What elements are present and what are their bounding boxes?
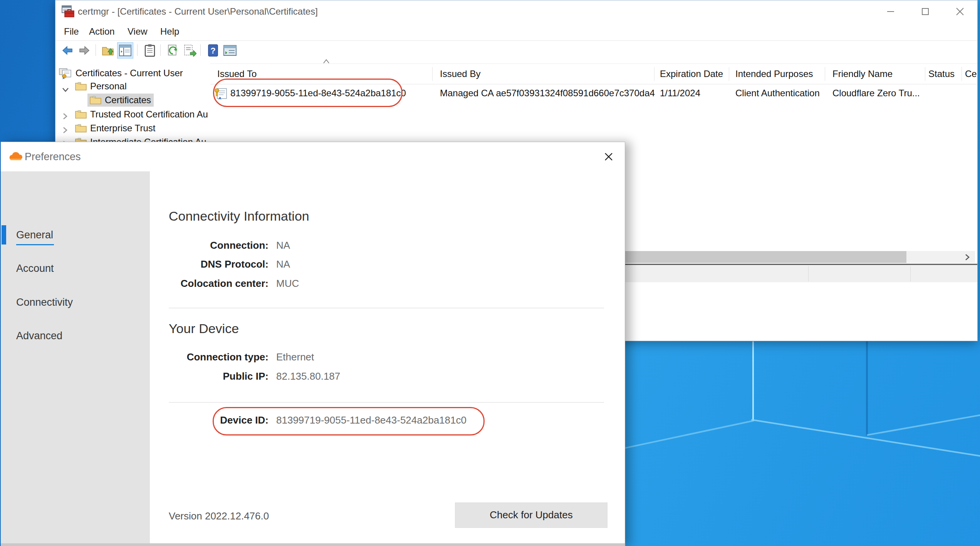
cell-issued-by: Managed CA ae57f03931324f08591d660e7c370…	[440, 84, 655, 103]
refresh-icon	[167, 44, 179, 57]
show-console-tree-icon	[119, 45, 131, 56]
menu-bar: File Action View Help	[55, 22, 977, 41]
maximize-button[interactable]	[913, 0, 938, 22]
forward-button[interactable]	[76, 42, 92, 59]
refresh-button[interactable]	[165, 42, 181, 59]
window-title: certmgr - [Certificates - Current User\P…	[78, 0, 318, 22]
close-button[interactable]	[947, 0, 973, 22]
export-list-icon	[183, 44, 196, 57]
clipboard-icon	[144, 44, 155, 57]
menu-action[interactable]: Action	[87, 22, 117, 40]
column-header-status[interactable]: Status	[928, 64, 955, 84]
close-icon	[603, 151, 614, 162]
cloudflare-preferences-dialog: Preferences General Account Connectivity…	[1, 142, 625, 546]
dns-protocol-label: DNS Protocol:	[153, 256, 268, 272]
tree-item-label: Trusted Root Certification Au	[90, 108, 208, 121]
colocation-center-label: Colocation center:	[153, 276, 268, 291]
wallpaper-line	[867, 414, 980, 436]
tree-item-certificates[interactable]: Certificates	[55, 94, 210, 107]
selected-tab-underline	[16, 244, 54, 245]
sidebar-item-general[interactable]: General	[16, 225, 53, 245]
check-for-updates-button[interactable]: Check for Updates	[455, 502, 607, 528]
selected-tab-accent-bar	[2, 225, 6, 245]
section-divider	[169, 308, 604, 308]
sidebar-item-connectivity[interactable]: Connectivity	[16, 293, 73, 312]
tree-item-label: Personal	[90, 80, 127, 93]
tree-root-certificates-current-user[interactable]: Certificates - Current User	[55, 67, 210, 80]
wallpaper-line	[866, 341, 868, 436]
console-window-icon	[223, 45, 237, 56]
tree-item-personal[interactable]: Personal	[55, 80, 210, 93]
connection-type-value: Ethernet	[276, 349, 314, 365]
version-text: Version 2022.12.476.0	[169, 508, 269, 524]
section-divider	[169, 402, 604, 403]
column-header-intended-purposes[interactable]: Intended Purposes	[735, 64, 813, 84]
column-header-expiration-date[interactable]: Expiration Date	[660, 64, 723, 84]
help-icon: ?	[208, 44, 218, 57]
menu-help[interactable]: Help	[158, 22, 181, 40]
export-folder-button[interactable]	[100, 42, 116, 59]
show-console-tree-button[interactable]	[117, 42, 133, 59]
back-button[interactable]	[59, 42, 76, 59]
scrollbar-right-arrow[interactable]	[960, 251, 975, 263]
public-ip-label: Public IP:	[153, 368, 268, 384]
column-header-issued-by[interactable]: Issued By	[440, 64, 480, 84]
new-console-window-button[interactable]	[222, 42, 238, 59]
connection-type-label: Connection type:	[153, 349, 268, 365]
preferences-title: Preferences	[25, 142, 81, 171]
tree-item-label: Certificates - Current User	[76, 67, 183, 80]
back-icon	[61, 44, 74, 57]
dialog-bottom-edge	[1, 543, 625, 546]
export-folder-icon	[102, 44, 115, 57]
wallpaper-line	[624, 420, 754, 449]
tree-item-enterprise-trust[interactable]: Enterprise Trust	[55, 122, 210, 135]
tree-item-trusted-root[interactable]: Trusted Root Certification Au	[55, 108, 210, 121]
dns-protocol-value: NA	[276, 256, 290, 272]
folder-icon	[75, 123, 87, 136]
connection-value: NA	[276, 238, 290, 253]
connectivity-information-heading: Connectivity Information	[169, 206, 309, 226]
preferences-sidebar: General Account Connectivity Advanced	[1, 171, 150, 546]
red-circle-annotation-issued-to	[213, 79, 403, 107]
toolbar: ?	[55, 41, 977, 60]
help-button[interactable]: ?	[205, 42, 221, 59]
certmgr-app-icon	[61, 5, 75, 20]
sidebar-item-account[interactable]: Account	[16, 259, 54, 278]
menu-file[interactable]: File	[62, 22, 81, 40]
cell-expiration-date: 1/11/2024	[660, 84, 700, 103]
tree-item-label: Certificates	[105, 94, 151, 107]
public-ip-value: 82.135.80.187	[276, 368, 340, 384]
svg-text:?: ?	[210, 46, 215, 55]
export-list-button[interactable]	[182, 42, 198, 59]
cloudflare-logo-icon	[8, 152, 23, 163]
tree-item-label: Enterprise Trust	[90, 122, 155, 135]
colocation-center-value: MUC	[276, 276, 299, 291]
sidebar-item-advanced[interactable]: Advanced	[16, 326, 62, 345]
column-header-friendly-name[interactable]: Friendly Name	[832, 64, 893, 84]
forward-icon	[78, 44, 91, 57]
folder-icon	[89, 95, 102, 108]
folder-icon	[75, 81, 87, 94]
cell-friendly-name: Cloudflare Zero Tru...	[832, 84, 920, 103]
wallpaper-line	[752, 341, 754, 420]
minimize-button[interactable]	[878, 0, 903, 22]
folder-icon	[75, 109, 87, 122]
red-circle-annotation-device-id	[213, 407, 485, 435]
wallpaper-line	[751, 419, 980, 457]
connection-label: Connection:	[153, 238, 268, 253]
preferences-close-button[interactable]	[597, 145, 620, 168]
preferences-header: Preferences	[1, 142, 625, 171]
your-device-heading: Your Device	[169, 319, 239, 338]
menu-view[interactable]: View	[125, 22, 150, 40]
column-header-certificate[interactable]: Ce	[965, 64, 977, 84]
certmgr-titlebar: certmgr - [Certificates - Current User\P…	[55, 0, 977, 22]
cell-intended-purposes: Client Authentication	[735, 84, 820, 103]
paste-button[interactable]	[142, 42, 158, 59]
